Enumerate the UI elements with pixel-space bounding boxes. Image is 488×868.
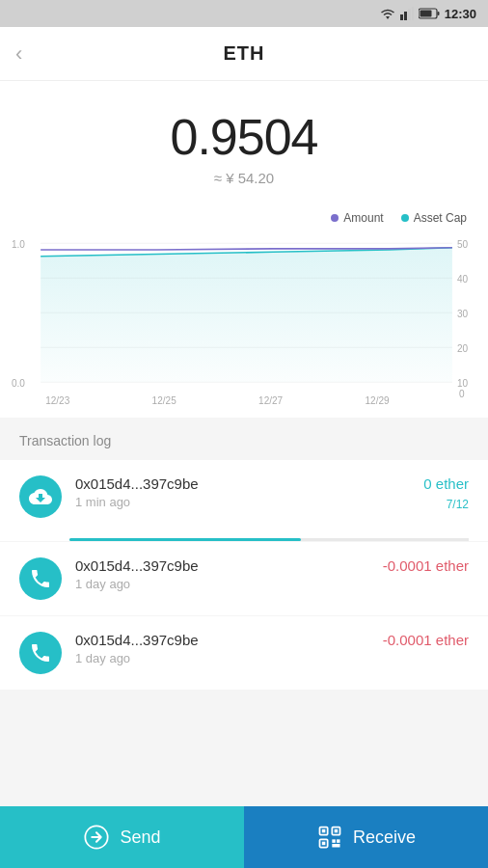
table-row[interactable]: 0x015d4...397c9be 1 day ago -0.0001 ethe… bbox=[0, 542, 488, 615]
svg-text:1.0: 1.0 bbox=[12, 237, 25, 250]
send-icon bbox=[83, 824, 110, 851]
tx-address-1: 0x015d4...397c9be bbox=[75, 475, 416, 492]
receive-icon bbox=[29, 485, 52, 508]
legend-amount-dot bbox=[331, 214, 339, 222]
svg-rect-35 bbox=[332, 844, 339, 848]
svg-text:40: 40 bbox=[457, 272, 468, 285]
status-icons: 12:30 bbox=[380, 7, 476, 21]
tx-right-3: -0.0001 ether bbox=[375, 632, 469, 648]
tx-info-3: 0x015d4...397c9be 1 day ago bbox=[75, 632, 375, 665]
tx-info-1: 0x015d4...397c9be 1 min ago bbox=[75, 475, 416, 509]
header: ‹ ETH bbox=[0, 27, 488, 81]
wifi-icon bbox=[380, 7, 395, 20]
tx-address-3: 0x015d4...397c9be bbox=[75, 632, 375, 648]
svg-marker-0 bbox=[386, 16, 390, 19]
tx-progress-bar-wrap-1 bbox=[69, 538, 469, 541]
tx-avatar-2 bbox=[19, 557, 62, 600]
tx-time-1: 1 min ago bbox=[75, 495, 416, 509]
phone-icon bbox=[29, 567, 52, 590]
bottom-bar: Send Receive bbox=[0, 806, 488, 868]
svg-text:0: 0 bbox=[459, 387, 465, 399]
svg-text:12/29: 12/29 bbox=[366, 393, 390, 406]
svg-marker-25 bbox=[41, 248, 452, 383]
tx-amount-3: -0.0001 ether bbox=[383, 632, 469, 648]
svg-text:50: 50 bbox=[457, 237, 468, 250]
transaction-log-section: Transaction log 0x015d4...397c9be 1 min … bbox=[0, 418, 488, 690]
svg-rect-2 bbox=[404, 12, 407, 20]
status-time: 12:30 bbox=[445, 7, 476, 21]
balance-section: 0.9504 ≈ ¥ 54.20 bbox=[0, 81, 488, 202]
svg-rect-6 bbox=[437, 12, 439, 15]
tx-avatar-3 bbox=[19, 632, 62, 674]
tx-address-2: 0x015d4...397c9be bbox=[75, 557, 375, 574]
svg-text:12/23: 12/23 bbox=[45, 393, 69, 406]
tx-amount-2: -0.0001 ether bbox=[383, 557, 469, 574]
send-label: Send bbox=[120, 827, 160, 848]
svg-text:30: 30 bbox=[457, 307, 468, 319]
tx-time-2: 1 day ago bbox=[75, 577, 375, 591]
tx-right-2: -0.0001 ether bbox=[375, 557, 469, 574]
qr-icon bbox=[316, 824, 343, 851]
balance-fiat: ≈ ¥ 54.20 bbox=[0, 170, 488, 186]
tx-amount-1: 0 ether bbox=[423, 475, 469, 492]
chart-svg: 1.0 0.0 50 40 30 20 10 0 12/23 12/25 12/… bbox=[12, 232, 476, 406]
legend-asset-cap-dot bbox=[401, 214, 409, 222]
phone-icon-2 bbox=[29, 641, 52, 665]
legend-asset-cap: Asset Cap bbox=[401, 211, 467, 225]
svg-rect-31 bbox=[335, 829, 339, 833]
status-bar: 12:30 bbox=[0, 0, 488, 27]
battery-icon bbox=[419, 8, 440, 19]
svg-text:0.0: 0.0 bbox=[12, 376, 25, 389]
receive-label: Receive bbox=[353, 827, 416, 848]
legend-amount: Amount bbox=[331, 211, 383, 225]
tx-progress-count-1: 7/12 bbox=[447, 498, 469, 511]
tx-log-title: Transaction log bbox=[0, 433, 488, 460]
svg-rect-7 bbox=[420, 11, 431, 17]
svg-rect-4 bbox=[412, 7, 414, 20]
balance-eth: 0.9504 bbox=[0, 108, 488, 166]
legend-amount-label: Amount bbox=[343, 211, 383, 225]
svg-rect-33 bbox=[332, 839, 336, 843]
svg-rect-30 bbox=[322, 829, 326, 833]
chart-area: 1.0 0.0 50 40 30 20 10 0 12/23 12/25 12/… bbox=[12, 232, 476, 406]
tx-time-3: 1 day ago bbox=[75, 651, 375, 665]
table-row[interactable]: 0x015d4...397c9be 1 day ago -0.0001 ethe… bbox=[0, 616, 488, 690]
svg-rect-34 bbox=[337, 839, 340, 843]
receive-button[interactable]: Receive bbox=[244, 806, 488, 868]
signal-icon bbox=[400, 7, 414, 20]
chart-section: Amount Asset Cap 1.0 0.0 50 40 30 20 10 … bbox=[0, 202, 488, 418]
svg-rect-3 bbox=[408, 9, 411, 20]
back-button[interactable]: ‹ bbox=[15, 41, 22, 67]
page-title: ETH bbox=[224, 42, 265, 65]
tx-avatar-1 bbox=[19, 475, 62, 518]
tx-info-2: 0x015d4...397c9be 1 day ago bbox=[75, 557, 375, 591]
tx-right-1: 0 ether 7/12 bbox=[416, 475, 469, 515]
legend-asset-cap-label: Asset Cap bbox=[414, 211, 467, 225]
tx-progress-bar-1 bbox=[69, 538, 301, 541]
send-button[interactable]: Send bbox=[0, 806, 244, 868]
svg-rect-32 bbox=[322, 842, 326, 846]
table-row[interactable]: 0x015d4...397c9be 1 min ago 0 ether 7/12 bbox=[0, 460, 488, 541]
svg-text:20: 20 bbox=[457, 341, 468, 354]
svg-text:12/27: 12/27 bbox=[258, 393, 283, 406]
svg-text:12/25: 12/25 bbox=[152, 393, 176, 406]
chart-legend: Amount Asset Cap bbox=[12, 211, 476, 225]
svg-rect-1 bbox=[400, 14, 403, 20]
